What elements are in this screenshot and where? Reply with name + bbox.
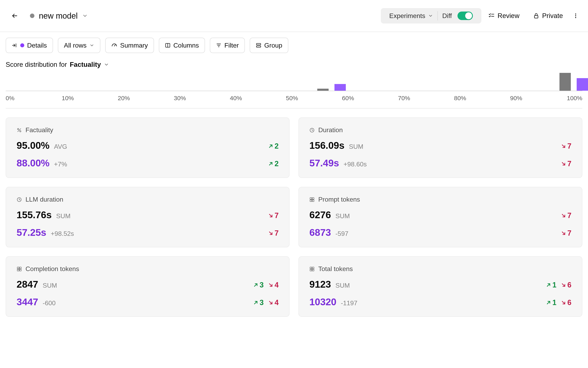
filter-label: Filter — [224, 42, 239, 49]
segmented-control: Experiments Diff — [381, 8, 481, 23]
delta-count: 3 — [260, 298, 264, 307]
metric-card[interactable]: Completion tokens2847SUM343447-60034 — [6, 256, 289, 317]
svg-line-27 — [269, 232, 272, 235]
svg-line-40 — [254, 301, 257, 304]
score-prefix: Score distribution for — [6, 61, 67, 68]
svg-line-41 — [269, 301, 272, 304]
group-icon — [256, 43, 262, 48]
delta-count: 6 — [567, 298, 571, 307]
delta-down: 7 — [268, 229, 279, 238]
compare-value: 57.49s — [309, 157, 339, 169]
metric-card[interactable]: Duration156.09sSUM757.49s+98.60s7 — [299, 117, 582, 178]
delta-up: 1 — [546, 281, 556, 289]
delta-count: 1 — [552, 298, 556, 307]
delta-down: 7 — [268, 211, 279, 220]
axis-tick: 30% — [174, 95, 190, 102]
metric-value: 6276 — [309, 209, 331, 221]
private-button[interactable]: Private — [526, 8, 570, 23]
status-dot-icon — [30, 14, 34, 18]
svg-rect-45 — [312, 269, 314, 271]
review-button[interactable]: Review — [481, 8, 526, 23]
delta-down: 6 — [561, 281, 571, 289]
metric-agg: AVG — [54, 143, 67, 150]
compare-sub: +98.60s — [344, 161, 367, 168]
metric-value: 9123 — [309, 279, 331, 290]
card-title: LLM duration — [17, 196, 279, 203]
metric-value: 156.09s — [309, 140, 344, 151]
metric-card[interactable]: LLM duration155.76sSUM757.25s+98.52s7 — [6, 187, 289, 247]
axis-tick: 10% — [62, 95, 78, 102]
metric-card[interactable]: Prompt tokens6276SUM76873-5977 — [299, 187, 582, 247]
filter-button[interactable]: Filter — [210, 38, 245, 53]
group-button[interactable]: Group — [250, 38, 288, 53]
details-label: Details — [27, 42, 47, 49]
details-button[interactable]: Details — [6, 38, 53, 53]
metric-row-main: 156.09sSUM7 — [309, 140, 571, 151]
metric-agg: SUM — [43, 282, 57, 289]
experiments-dropdown[interactable]: Experiments — [386, 8, 437, 23]
axis-tick: 20% — [118, 95, 134, 102]
metric-row-compare: 3447-60034 — [17, 296, 279, 307]
score-metric: Factuality — [70, 61, 101, 68]
score-distribution-dropdown[interactable]: Score distribution for Factuality — [6, 61, 582, 68]
delta-count: 3 — [260, 281, 264, 289]
compare-value: 88.00% — [17, 157, 50, 169]
clock-icon — [17, 197, 22, 202]
diff-toggle[interactable] — [458, 11, 473, 20]
collapse-right-icon — [12, 43, 18, 48]
svg-rect-34 — [17, 267, 19, 269]
summary-button[interactable]: Summary — [105, 38, 154, 53]
svg-point-5 — [575, 15, 576, 16]
svg-line-23 — [562, 145, 565, 147]
compare-sub: +7% — [54, 161, 67, 168]
svg-rect-3 — [534, 16, 538, 18]
svg-rect-28 — [310, 198, 312, 199]
svg-line-19 — [18, 129, 21, 132]
svg-point-18 — [20, 130, 21, 132]
metric-card[interactable]: Total tokens9123SUM1610320-119716 — [299, 256, 582, 317]
svg-line-24 — [562, 163, 565, 165]
histogram-bar — [577, 78, 588, 91]
axis-tick: 50% — [286, 95, 302, 102]
more-menu-button[interactable] — [570, 8, 581, 23]
compare-sub: +98.52s — [51, 230, 74, 238]
svg-rect-44 — [310, 269, 312, 271]
axis-tick: 60% — [342, 95, 358, 102]
columns-button[interactable]: Columns — [159, 38, 205, 53]
delta-count: 4 — [275, 298, 279, 307]
svg-rect-36 — [17, 269, 19, 271]
toolbar: Details All rows Summary Columns Filter … — [0, 32, 588, 53]
columns-label: Columns — [173, 42, 199, 49]
metric-row-main: 95.00%AVG2 — [17, 140, 279, 151]
delta-down: 6 — [561, 298, 571, 307]
svg-point-17 — [18, 128, 19, 130]
delta-count: 7 — [567, 159, 571, 168]
toggle-knob — [465, 12, 472, 19]
metric-agg: SUM — [335, 212, 350, 220]
all-rows-dropdown[interactable]: All rows — [58, 38, 100, 53]
svg-line-33 — [562, 232, 565, 235]
card-title: Completion tokens — [17, 265, 279, 273]
card-title-text: Completion tokens — [26, 265, 79, 273]
delta-count: 2 — [275, 159, 279, 168]
metric-value: 95.00% — [17, 140, 50, 151]
diff-toggle-container[interactable]: Diff — [439, 8, 477, 23]
svg-line-49 — [562, 301, 565, 304]
lock-icon — [533, 13, 539, 19]
card-title-text: LLM duration — [26, 196, 63, 203]
svg-line-26 — [269, 214, 272, 217]
compare-sub: -600 — [43, 299, 56, 307]
score-axis: 0%10%20%30%40%50%60%70%80%90%100% — [6, 91, 582, 109]
metric-card[interactable]: Factuality95.00%AVG288.00%+7%2 — [6, 117, 289, 178]
tokens-icon — [17, 266, 22, 272]
svg-rect-30 — [310, 200, 312, 202]
svg-rect-16 — [257, 46, 261, 47]
metric-agg: SUM — [335, 282, 350, 289]
svg-line-21 — [269, 163, 272, 165]
experiment-title[interactable]: new model — [30, 11, 88, 20]
delta-down: 7 — [561, 159, 571, 168]
svg-line-20 — [269, 145, 272, 147]
back-button[interactable] — [10, 12, 19, 20]
axis-tick: 40% — [230, 95, 246, 102]
compare-value: 10320 — [309, 296, 336, 307]
